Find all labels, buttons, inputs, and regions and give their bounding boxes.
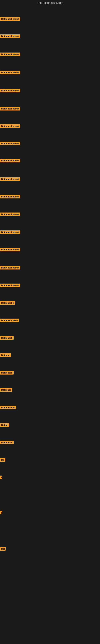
bottleneck-result-item[interactable]: Bo <box>0 458 5 462</box>
bottleneck-result-item[interactable]: Bot <box>0 547 6 552</box>
bottleneck-result-item[interactable]: Bottleneck result <box>0 17 20 22</box>
bottleneck-result-item[interactable]: Bottleneck resu <box>0 318 19 323</box>
bottleneck-result-item[interactable]: Bottler <box>0 423 9 428</box>
bottleneck-badge: Bottleneck result <box>0 17 20 21</box>
bottleneck-badge: Bottleneck result <box>0 142 20 145</box>
bottleneck-result-item[interactable]: Bottleneck <box>0 371 14 375</box>
bottleneck-badge: Bottleneck <box>0 336 14 340</box>
bottleneck-result-item[interactable]: Bottleneck result <box>0 142 20 146</box>
bottleneck-badge: Bottleneck result <box>0 266 20 270</box>
bottleneck-result-item[interactable]: Bottleneck result <box>0 124 20 129</box>
bottleneck-result-item[interactable]: Bottleneck result <box>0 71 20 75</box>
bottleneck-result-item[interactable]: Bottleneck result <box>0 107 20 111</box>
bottleneck-result-item[interactable]: Bottlene <box>0 354 11 358</box>
bottleneck-result-item[interactable]: Bottleneck result <box>0 34 20 39</box>
bottleneck-badge: B <box>0 476 2 479</box>
bottleneck-badge: Bottleneck result <box>0 52 20 56</box>
bottleneck-badge: Bottleneck result <box>0 124 20 128</box>
bottleneck-result-item[interactable]: Bottleneck <box>0 336 14 340</box>
bottleneck-badge: Bottleneck result <box>0 71 20 74</box>
bottleneck-badge: Bottlenec <box>0 388 12 392</box>
bottleneck-badge: Bottleneck result <box>0 107 20 110</box>
bottleneck-badge: Bottleneck result <box>0 34 20 38</box>
bottleneck-result-item[interactable]: Bottleneck result <box>0 266 20 270</box>
bottleneck-result-item[interactable]: Bottleneck result <box>0 248 20 252</box>
bottleneck-result-item[interactable]: Bottleneck result <box>0 52 20 57</box>
bottleneck-badge: Bottleneck re <box>0 406 16 409</box>
bottleneck-badge: Bottlene <box>0 354 11 357</box>
bottleneck-badge: | <box>0 511 2 514</box>
bottleneck-badge: Bottleneck result <box>0 89 20 92</box>
bottleneck-result-item[interactable]: Bottleneck r <box>0 301 15 306</box>
bottleneck-result-item[interactable]: Bottlenec <box>0 388 12 392</box>
bottleneck-result-item[interactable]: Bottleneck result <box>0 177 20 182</box>
bottleneck-result-item[interactable]: Bottleneck result <box>0 284 20 288</box>
bottleneck-badge: Bottleneck result <box>0 230 20 234</box>
bottleneck-result-item[interactable]: | <box>0 511 2 515</box>
bottleneck-result-item[interactable]: Bottleneck result <box>0 159 20 163</box>
bottleneck-badge: Bottleneck resu <box>0 318 19 322</box>
bottleneck-badge: Bo <box>0 458 5 462</box>
bottleneck-result-item[interactable]: Bottleneck result <box>0 195 20 199</box>
bottleneck-badge: Bottler <box>0 423 9 427</box>
bottleneck-badge: Bottleneck result <box>0 212 20 216</box>
bottleneck-result-item[interactable]: Bottleneck result <box>0 212 20 217</box>
bottleneck-badge: Bottleneck result <box>0 159 20 162</box>
bottleneck-badge: Bottleneck result <box>0 248 20 251</box>
bottleneck-badge: Bottleneck <box>0 371 14 374</box>
bottleneck-result-item[interactable]: Bottleneck result <box>0 89 20 93</box>
bottleneck-badge: Bottleneck <box>0 441 14 444</box>
bottleneck-badge: Bottleneck r <box>0 301 15 305</box>
bottleneck-badge: Bottleneck result <box>0 284 20 287</box>
bottleneck-result-item[interactable]: Bottleneck <box>0 441 14 445</box>
bottleneck-badge: Bottleneck result <box>0 177 20 181</box>
bottleneck-result-item[interactable]: B <box>0 476 2 480</box>
site-title: TheBottlenecker.com <box>0 0 100 6</box>
bottleneck-result-item[interactable]: Bottleneck result <box>0 230 20 235</box>
bottleneck-badge: Bottleneck result <box>0 195 20 198</box>
bottleneck-badge: Bot <box>0 547 6 550</box>
bottleneck-result-item[interactable]: Bottleneck re <box>0 406 16 410</box>
